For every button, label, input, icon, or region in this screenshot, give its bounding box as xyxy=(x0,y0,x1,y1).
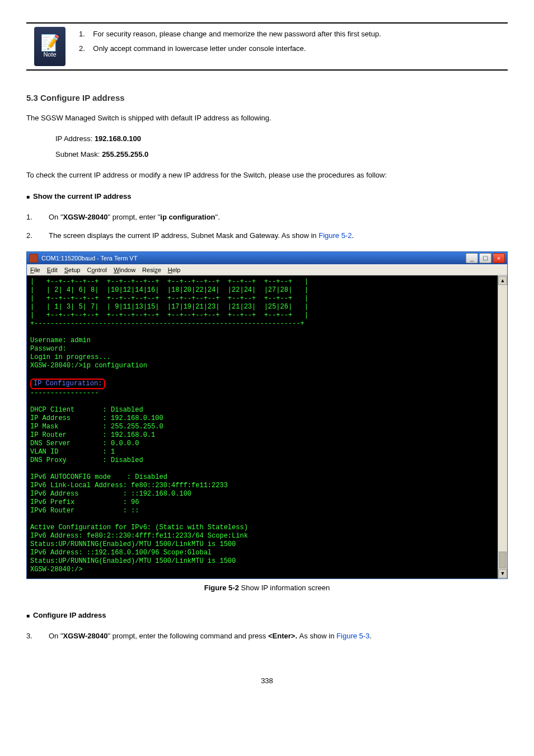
ip-value: 192.168.0.100 xyxy=(95,134,141,143)
note-2-num: 2. xyxy=(79,44,85,53)
term-body1: DHCP Client : Disabled IP Address : 192.… xyxy=(30,406,248,573)
step1-b: XGSW-28040 xyxy=(63,213,108,221)
page-number: 338 xyxy=(26,676,508,685)
figure-caption: Figure 5-2 Show IP information screen xyxy=(26,584,508,592)
step3-f: . xyxy=(369,632,372,640)
step-1-num: 1. xyxy=(26,211,49,223)
step3-c: " prompt, enter the following command an… xyxy=(108,632,268,640)
step2-a: The screen displays the current IP addre… xyxy=(49,231,318,240)
note-box: 📝 Note 1. For security reason, please ch… xyxy=(26,24,508,69)
subheading-1: ■Show the current IP address xyxy=(26,190,508,203)
maximize-button[interactable]: ▢ xyxy=(479,253,491,263)
note-icon: 📝 Note xyxy=(34,27,65,66)
scroll-thumb[interactable] xyxy=(499,552,507,568)
step3-e: As show in xyxy=(299,632,336,640)
intro-para: The SGSW Managed Switch is shipped with … xyxy=(26,111,508,124)
step-2: 2. The screen displays the current IP ad… xyxy=(26,229,508,242)
step1-c: " prompt, enter " xyxy=(108,213,161,221)
scroll-track[interactable] xyxy=(499,286,507,568)
note-content: 1. For security reason, please change an… xyxy=(73,24,508,69)
menu-window[interactable]: Window xyxy=(114,267,135,273)
figure-5-2-link[interactable]: Figure 5-2 xyxy=(318,231,352,240)
term-login: Username: admin Password: Login in progr… xyxy=(30,337,147,370)
menu-file[interactable]: File xyxy=(30,267,40,273)
subheading-2: ■Configure IP address xyxy=(26,609,508,622)
note-label: Note xyxy=(43,51,56,58)
step-3: 3. On "XGSW-28040" prompt, enter the fol… xyxy=(26,629,508,642)
caption-b: Show IP information screen xyxy=(241,584,330,592)
terminal-scrollbar[interactable]: ▲ ▼ xyxy=(498,276,507,578)
terminal-title: COM1:115200baud - Tera Term VT xyxy=(41,255,466,262)
menu-help[interactable]: Help xyxy=(168,267,181,273)
step-1: 1. On "XGSW-28040" prompt, enter "ip con… xyxy=(26,211,508,223)
scroll-up-icon[interactable]: ▲ xyxy=(498,276,507,285)
terminal-app-icon xyxy=(29,254,38,263)
terminal-titlebar[interactable]: COM1:115200baud - Tera Term VT _ ▢ × xyxy=(27,252,507,264)
step2-b: . xyxy=(352,231,354,240)
step1-d: ip configuration xyxy=(160,213,215,221)
terminal-menubar: File Edit Setup Control Window Resize He… xyxy=(27,264,507,276)
ip-label: IP Address: xyxy=(55,134,92,143)
step3-b: XGSW-28040 xyxy=(63,632,108,640)
close-button[interactable]: × xyxy=(493,253,505,263)
menu-control[interactable]: Control xyxy=(87,267,106,273)
menu-setup[interactable]: Setup xyxy=(64,267,81,273)
minimize-button[interactable]: _ xyxy=(466,253,478,263)
para-2: To check the current IP address or modif… xyxy=(26,169,508,181)
section-title: 5.3 Configure IP address xyxy=(26,93,508,102)
step-2-num: 2. xyxy=(26,229,49,242)
step3-a: On " xyxy=(49,632,63,640)
notepad-icon: 📝 xyxy=(40,35,60,51)
caption-a: Figure 5-2 xyxy=(204,584,241,592)
figure-5-3-link[interactable]: Figure 5-3 xyxy=(336,632,369,640)
step-3-num: 3. xyxy=(26,629,49,642)
step1-a: On " xyxy=(49,213,63,221)
menu-resize[interactable]: Resize xyxy=(142,267,161,273)
terminal-window: COM1:115200baud - Tera Term VT _ ▢ × Fil… xyxy=(26,251,508,579)
step3-d: <Enter>. xyxy=(268,632,299,640)
ip-config-highlight: IP Configuration: xyxy=(30,379,105,389)
note-1-num: 1. xyxy=(79,30,85,38)
terminal-body[interactable]: | +--+--+--+--+ +--+--+--+--+ +--+--+--+… xyxy=(27,276,498,578)
note-icon-cell: 📝 Note xyxy=(26,24,73,69)
note-2-text: Only accept command in lowercase letter … xyxy=(93,44,306,53)
mask-label: Subnet Mask: xyxy=(55,150,100,158)
scroll-down-icon[interactable]: ▼ xyxy=(498,569,507,578)
menu-edit[interactable]: Edit xyxy=(47,267,58,273)
note-1-text: For security reason, please change and m… xyxy=(93,30,381,38)
step1-e: ". xyxy=(216,213,220,221)
term-ascii: | +--+--+--+--+ +--+--+--+--+ +--+--+--+… xyxy=(30,278,308,328)
mask-value: 255.255.255.0 xyxy=(102,150,148,158)
